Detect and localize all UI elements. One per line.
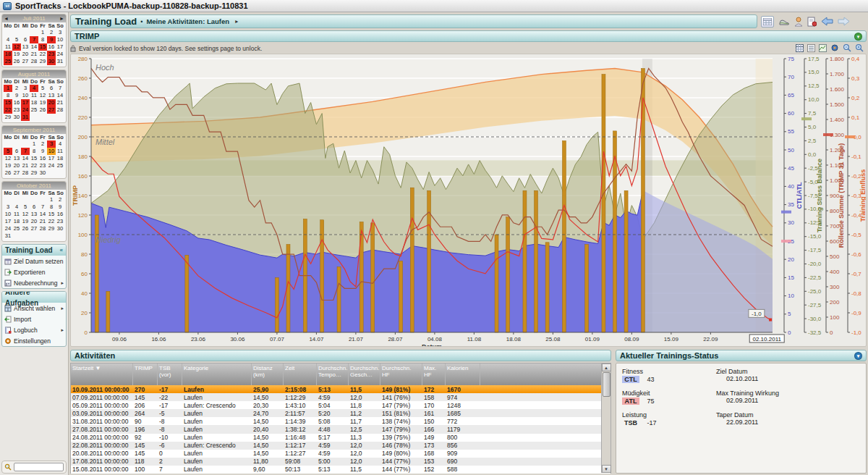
column-header-1[interactable]: TRIMP	[133, 363, 158, 385]
calendar-day[interactable]: 13	[12, 155, 21, 162]
calendar-day[interactable]: 6	[12, 148, 21, 155]
activity-row[interactable]: 27.08.2011 00:00:00196-8Laufen20,401:38:…	[71, 425, 610, 433]
calendar-day[interactable]: 18	[12, 218, 21, 225]
calendar-day[interactable]: 11	[4, 43, 12, 51]
calendar-day[interactable]: 29	[30, 169, 38, 177]
calendar-day[interactable]: 29	[4, 114, 12, 121]
calendar-day[interactable]: 2	[12, 85, 21, 92]
back-button[interactable]	[821, 17, 833, 26]
athlete-button[interactable]	[794, 17, 803, 27]
scroll-down-icon[interactable]: ▼	[602, 465, 611, 473]
calendar-day[interactable]: 14	[21, 155, 30, 162]
activity-row[interactable]: 24.08.2011 00:00:0092-10Laufen14,501:16:…	[71, 434, 610, 442]
calendar-day[interactable]: 25	[30, 106, 38, 114]
calendar-day[interactable]: 10	[56, 36, 64, 43]
calendar-day[interactable]: 13	[30, 211, 38, 218]
calendar-day[interactable]: 3	[47, 140, 56, 148]
calendar-day[interactable]: 26	[38, 106, 47, 114]
calendar-day[interactable]: 30	[12, 114, 21, 121]
calendar-day[interactable]: 20	[12, 162, 21, 169]
trimp-chart[interactable]: MittelNiedrigHoch02040608010012014016018…	[71, 54, 866, 346]
calendar-day[interactable]: 28	[38, 225, 47, 232]
calendar-day[interactable]: 27	[47, 106, 56, 114]
calendar-day[interactable]: 17	[4, 218, 12, 225]
calendar-day[interactable]: 22	[30, 162, 38, 169]
calendar-day[interactable]: 9	[38, 148, 47, 155]
calendar-day[interactable]: 30	[56, 225, 64, 232]
calendar-day[interactable]: 16	[12, 99, 21, 106]
calendar-day[interactable]: 5	[38, 85, 47, 92]
calendar-day[interactable]: 26	[4, 169, 12, 177]
column-header-5[interactable]: Zeit	[284, 363, 317, 385]
calendar-day[interactable]: 7	[21, 148, 30, 155]
calendar-day[interactable]: 2	[56, 196, 64, 203]
calendar-day[interactable]: 26	[21, 225, 30, 232]
calendar-day[interactable]: 11	[56, 148, 64, 155]
activity-row[interactable]: 20.08.2011 00:00:001450Laufen14,501:12:2…	[71, 450, 610, 458]
panel-expand-button[interactable]: ▾	[854, 33, 862, 41]
calendar-day[interactable]: 23	[47, 51, 56, 58]
calendar-day[interactable]: 11	[12, 211, 21, 218]
calendar-day[interactable]: 4	[12, 203, 21, 211]
calendar-day[interactable]: 4	[30, 85, 38, 92]
activity-row[interactable]: 03.09.2011 00:00:00264-5Laufen24,702:11:…	[71, 409, 610, 417]
calendar-day[interactable]: 28	[56, 106, 64, 114]
calendar-day[interactable]: 23	[12, 106, 21, 114]
calendar-day[interactable]: 11	[30, 92, 38, 99]
calendar-day[interactable]: 4	[4, 36, 12, 43]
calendar-day[interactable]: 1	[30, 140, 38, 148]
calendar-day[interactable]: 27	[12, 169, 21, 177]
calendar-day[interactable]: 13	[21, 43, 30, 51]
activities-panel-header[interactable]: Aktivitäten	[70, 350, 611, 361]
calendar-day[interactable]: 3	[4, 203, 12, 211]
scrollbar-thumb[interactable]	[603, 372, 610, 397]
calendar-day[interactable]: 31	[4, 232, 12, 240]
calendar-day[interactable]: 15	[47, 211, 56, 218]
calendar-day[interactable]: 27	[30, 225, 38, 232]
calendar-day[interactable]: 19	[38, 99, 47, 106]
calendar-day[interactable]: 6	[30, 203, 38, 211]
calendar-day[interactable]: 25	[12, 225, 21, 232]
calendar-day[interactable]: 17	[56, 43, 64, 51]
calendar-day[interactable]: 10	[47, 148, 56, 155]
calendar-day[interactable]: 24	[56, 51, 64, 58]
report-grid-icon[interactable]	[796, 44, 804, 52]
calendar-day[interactable]: 22	[38, 51, 47, 58]
sidebar-item-logbuch[interactable]: Logbuch ▸	[2, 324, 66, 335]
sidebar-item-import[interactable]: Import	[2, 314, 66, 324]
calendar-day[interactable]: 26	[12, 58, 21, 65]
calendar-day[interactable]: 14	[30, 43, 38, 51]
calendar-day[interactable]: 30	[38, 169, 47, 177]
calendar-day[interactable]: 16	[56, 211, 64, 218]
calendar-day[interactable]: 9	[56, 203, 64, 211]
logbook-button[interactable]	[807, 17, 817, 27]
activity-row[interactable]: 17.08.2011 00:00:001182Laufen11,8059:085…	[71, 458, 610, 466]
calendar-day[interactable]: 21	[30, 51, 38, 58]
calendar-day[interactable]: 21	[21, 162, 30, 169]
column-header-10[interactable]: Kalorien	[446, 363, 480, 385]
calendar-day[interactable]: 3	[56, 29, 64, 36]
training-status-header[interactable]: Aktueller Trainings-Status ▾	[616, 350, 867, 361]
calendar-day[interactable]: 25	[4, 58, 12, 65]
calendar-day[interactable]: 22	[47, 218, 56, 225]
calendar-day[interactable]: 16	[47, 43, 56, 51]
calendar-day[interactable]: 12	[21, 211, 30, 218]
calendar-day[interactable]: 25	[56, 162, 64, 169]
calendar-day[interactable]: 20	[21, 51, 30, 58]
calendar-day[interactable]: 23	[56, 218, 64, 225]
calendar-day[interactable]: 28	[30, 58, 38, 65]
calendar-day[interactable]: 24	[47, 162, 56, 169]
sidebar-item-ziel-datum-setzen[interactable]: Ziel Datum setzen	[2, 256, 66, 266]
calendar-day[interactable]: 14	[56, 92, 64, 99]
view-dropdown-arrow-icon[interactable]: ▸	[235, 18, 238, 25]
calendar-day[interactable]: 5	[4, 148, 12, 155]
calendar-day[interactable]: 15	[30, 155, 38, 162]
calendar-day[interactable]: 9	[47, 36, 56, 43]
calendar-day[interactable]: 29	[47, 225, 56, 232]
activities-shoe-button[interactable]	[778, 17, 790, 26]
scroll-up-icon[interactable]: ▲	[602, 363, 611, 371]
calendar-day[interactable]: 24	[21, 106, 30, 114]
calendar-day[interactable]: 19	[21, 218, 30, 225]
calendar-day[interactable]: 19	[4, 162, 12, 169]
calendar-day[interactable]: 16	[38, 155, 47, 162]
